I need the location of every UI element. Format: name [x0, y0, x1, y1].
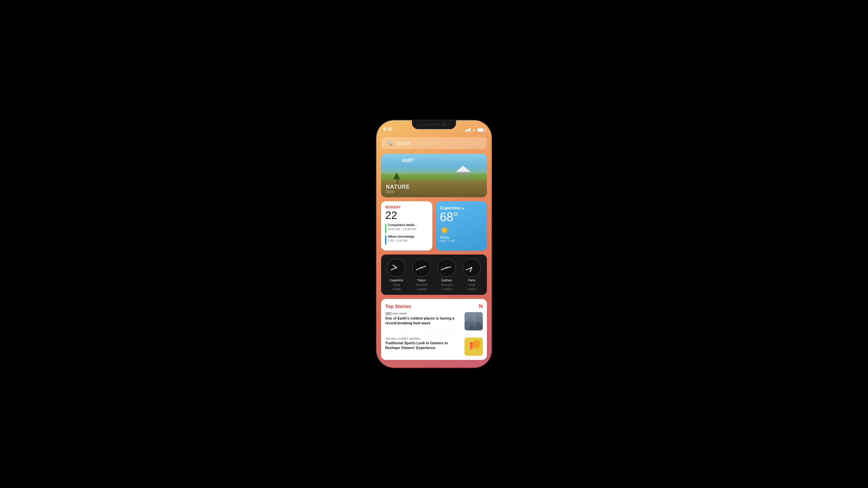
notch	[412, 120, 456, 129]
location-icon: ➤	[462, 207, 465, 210]
clock-tokyo: Tokyo Tomorrow +16HRS	[412, 259, 431, 291]
signal-icon	[465, 128, 470, 131]
status-icons: ▲	[465, 128, 485, 132]
clock-offset-cupertino: +0HRS	[392, 288, 401, 291]
news-source-2: THE WALL STREET JOURNAL	[385, 338, 462, 340]
news-source-1: NBC NBC NEWS	[385, 312, 462, 315]
search-icon: 🔍	[387, 141, 392, 146]
weather-sun-icon: ☀️	[440, 226, 483, 235]
clock-day-tokyo: Tomorrow	[415, 283, 427, 286]
camera	[443, 123, 446, 126]
clock-city-cupertino: Cupertino	[389, 278, 403, 282]
svg-point-6	[470, 342, 473, 345]
speaker	[422, 124, 439, 125]
calendar-widget[interactable]: MONDAY 22 Competitive Medit... 10:30 AM …	[381, 201, 432, 250]
calendar-event-2: Hikaru Dorodango 1:30 – 2:15 PM	[385, 235, 428, 245]
news-widget[interactable]: Top Stories N̶ NBC NBC NEWS One of Earth…	[381, 299, 487, 360]
news-thumbnail-1	[465, 312, 483, 330]
photos-label: NATURE 2019	[386, 184, 410, 194]
apple-news-icon: N̶	[479, 303, 483, 309]
weather-condition: Sunny	[440, 236, 483, 239]
paris-clock	[462, 259, 481, 277]
weather-temperature: 68°	[440, 211, 483, 223]
search-bar[interactable]: 🔍 Search	[381, 137, 487, 149]
clock-offset-paris: +9HRS	[467, 288, 476, 291]
clock-day-paris: Today	[468, 283, 475, 286]
status-time: 9:41	[383, 126, 393, 132]
sydney-clock	[437, 259, 456, 277]
clock-day-sydney: Tomorrow	[440, 283, 452, 286]
clock-offset-tokyo: +16HRS	[416, 288, 427, 291]
weather-city: Cupertino ➤	[440, 205, 483, 210]
content-area: 🔍 Search	[376, 134, 492, 368]
clock-widget[interactable]: Cupertino Today +0HRS Tokyo	[381, 255, 487, 295]
event-1-time: 10:30 AM – 12:30 PM	[388, 227, 417, 231]
news-headline-2: Traditional Sports Look to Gamers to Res…	[385, 341, 462, 350]
news-headline-1: One of Earth's coldest places is having …	[385, 316, 462, 325]
event-1-title: Competitive Medit...	[388, 223, 417, 227]
clock-city-sydney: Sydney	[441, 278, 452, 282]
clock-city-tokyo: Tokyo	[417, 278, 426, 282]
phone-frame: 9:41 ▲ 🔍 Search	[376, 120, 492, 368]
event-2-time: 1:30 – 2:15 PM	[388, 239, 415, 242]
calendar-day: MONDAY	[385, 205, 428, 209]
calendar-event-1: Competitive Medit... 10:30 AM – 12:30 PM	[385, 223, 428, 233]
clock-city-paris: Paris	[468, 278, 475, 282]
phone-screen: 9:41 ▲ 🔍 Search	[376, 120, 492, 368]
clock-paris: Paris Today +9HRS	[462, 259, 481, 291]
news-header: Top Stories N̶	[385, 303, 483, 309]
event-2-title: Hikaru Dorodango	[388, 235, 415, 239]
snow-cap	[456, 166, 471, 172]
news-thumbnail-2	[465, 338, 483, 356]
photos-year: 2019	[386, 190, 410, 194]
middle-row: MONDAY 22 Competitive Medit... 10:30 AM …	[381, 201, 487, 250]
clock-sydney: Sydney Tomorrow +17HRS	[437, 259, 456, 291]
clock-day-cupertino: Today	[393, 283, 400, 286]
news-section-title: Top Stories	[385, 304, 411, 309]
svg-point-5	[472, 340, 480, 348]
wifi-icon: ▲	[472, 128, 476, 132]
tree	[395, 174, 400, 184]
news-story-1[interactable]: NBC NBC NEWS One of Earth's coldest plac…	[385, 312, 483, 334]
calendar-date: 22	[385, 210, 428, 221]
tokyo-clock	[412, 259, 431, 277]
weather-hilo: H:87° L:54°	[440, 239, 483, 243]
battery-icon	[477, 128, 485, 132]
search-placeholder: Search	[394, 140, 411, 146]
clock-cupertino: Cupertino Today +0HRS	[387, 259, 406, 291]
photos-title: NATURE	[386, 184, 410, 190]
weather-widget[interactable]: Cupertino ➤ 68° ☀️ Sunny H:87° L:54°	[436, 201, 487, 250]
news-story-2[interactable]: THE WALL STREET JOURNAL Traditional Spor…	[385, 338, 483, 356]
cloud-2	[408, 158, 415, 161]
clock-offset-sydney: +17HRS	[441, 288, 452, 291]
photos-widget[interactable]: NATURE 2019	[381, 154, 487, 197]
cupertino-clock	[387, 259, 406, 277]
